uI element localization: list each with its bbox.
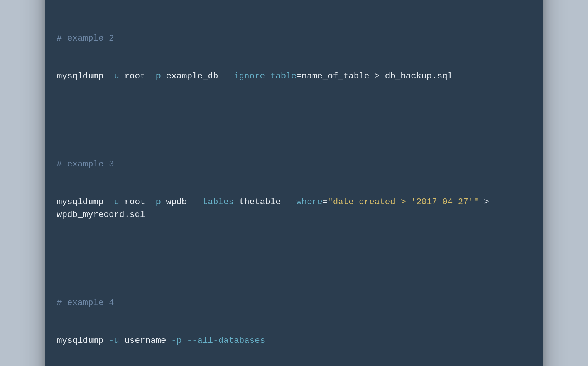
- code-flag: --where: [286, 197, 323, 207]
- code-text: root: [119, 71, 150, 81]
- code-text: =name_of_table > db_backup.sql: [296, 71, 453, 81]
- blank-line: [57, 246, 531, 259]
- terminal-window: # example 1 mysqldump -u username -p db_…: [45, 0, 543, 366]
- code-flag: --ignore-table: [223, 71, 296, 81]
- code-text: thetable: [234, 197, 286, 207]
- code-flag: -u: [109, 197, 119, 207]
- code-comment: # example 4: [57, 298, 114, 308]
- code-text: example_db: [161, 71, 223, 81]
- code-text: mysqldump: [57, 197, 109, 207]
- code-line: mysqldump -u root -p example_db --ignore…: [57, 70, 531, 83]
- code-comment: # example 3: [57, 159, 114, 169]
- code-text: mysqldump: [57, 71, 109, 81]
- code-flag: -u: [109, 71, 119, 81]
- code-text: mysqldump: [57, 336, 109, 346]
- code-line: mysqldump -u root -p wpdb --tables theta…: [57, 196, 531, 221]
- code-text: [182, 336, 187, 346]
- code-line: mysqldump -u username -p --all-databases: [57, 334, 531, 347]
- code-text: root: [119, 197, 150, 207]
- code-text: wpdb: [161, 197, 192, 207]
- code-comment: # example 2: [57, 33, 114, 43]
- code-flag: -p: [150, 197, 161, 207]
- code-flag: -p: [171, 336, 182, 346]
- code-flag: --all-databases: [187, 336, 265, 346]
- code-block: # example 1 mysqldump -u username -p db_…: [57, 0, 531, 366]
- code-text: username: [119, 336, 171, 346]
- code-line: # example 3: [57, 158, 531, 171]
- code-text: =: [323, 197, 328, 207]
- code-flag: -u: [109, 336, 119, 346]
- blank-line: [57, 108, 531, 120]
- code-line: # example 4: [57, 297, 531, 309]
- code-flag: -p: [150, 71, 161, 81]
- code-line: # example 2: [57, 32, 531, 45]
- code-string: "date_created > '2017-04-27'": [328, 197, 479, 207]
- code-flag: --tables: [192, 197, 234, 207]
